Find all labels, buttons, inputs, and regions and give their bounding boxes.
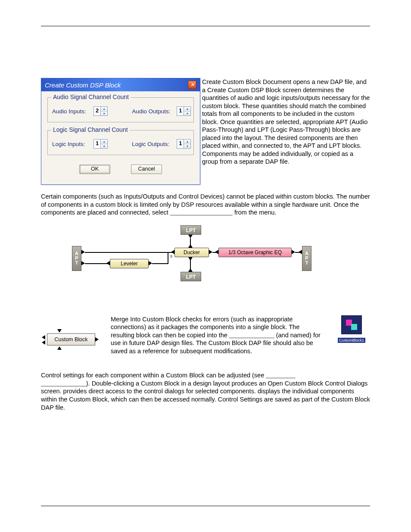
port-icon xyxy=(299,250,302,254)
audio-inputs-spinner[interactable]: 2 ▲▼ xyxy=(93,106,108,116)
link-blank-2 xyxy=(41,380,86,387)
port-icon xyxy=(81,250,85,254)
create-custom-dsp-block-dialog: Create Custom DSP Block ✕ Audio Signal C… xyxy=(41,78,200,185)
top-horizontal-rule xyxy=(41,26,370,26)
port-icon xyxy=(106,261,110,265)
custom-block-component: Custom Block xyxy=(41,327,101,352)
logic-outputs-spinner[interactable]: 1 ▲▼ xyxy=(177,139,191,149)
port-icon xyxy=(81,261,85,265)
cancel-button[interactable]: Cancel xyxy=(131,165,162,174)
spinner-up-icon[interactable]: ▲ xyxy=(184,107,190,112)
signal-flow-diagram: A P T Leveler Ducker s LPT LPT 1/3 Octav… xyxy=(72,225,339,288)
port-icon xyxy=(188,244,193,248)
apt-right-block: A P T xyxy=(302,246,311,271)
spinner-down-icon[interactable]: ▼ xyxy=(101,112,107,116)
custom-block-desktop-icon: CustomBlock1 xyxy=(333,315,370,343)
custom-block-label: Custom Block xyxy=(47,333,95,345)
control-settings-paragraph: Control settings for each component with… xyxy=(41,371,370,411)
audio-outputs-spinner[interactable]: 1 ▲▼ xyxy=(177,106,191,116)
port-icon xyxy=(215,250,218,254)
audio-inputs-value: 2 xyxy=(94,107,100,115)
merge-paragraph: Merge Into Custom Block checks for error… xyxy=(111,315,324,355)
port-icon xyxy=(292,250,295,254)
spinner-up-icon[interactable]: ▲ xyxy=(101,107,107,112)
spinner-down-icon[interactable]: ▼ xyxy=(101,144,107,149)
logic-fieldset-legend: Logic Signal Channel Count xyxy=(51,126,130,133)
dialog-title: Create Custom DSP Block xyxy=(45,81,121,89)
dialog-titlebar: Create Custom DSP Block ✕ xyxy=(41,78,200,91)
port-icon xyxy=(188,257,193,261)
port-icon xyxy=(42,340,45,345)
audio-signal-fieldset: Audio Signal Channel Count Audio Inputs:… xyxy=(47,97,194,122)
logic-outputs-label: Logic Outputs: xyxy=(132,141,173,147)
port-icon xyxy=(42,335,45,339)
audio-fieldset-legend: Audio Signal Channel Count xyxy=(51,93,131,100)
menu-path-blank xyxy=(170,209,233,216)
port-icon xyxy=(57,346,62,350)
port-icon xyxy=(149,261,152,265)
lpt-top-block: LPT xyxy=(181,225,201,235)
ok-button[interactable]: OK xyxy=(79,165,110,174)
audio-outputs-value: 1 xyxy=(177,107,184,115)
port-icon xyxy=(95,337,99,342)
audio-inputs-label: Audio Inputs: xyxy=(52,108,90,115)
custom-block-icon-caption: CustomBlock1 xyxy=(338,338,365,343)
lpt-bottom-block: LPT xyxy=(181,272,201,281)
bottom-horizontal-rule xyxy=(41,506,370,506)
custom-block-icon xyxy=(341,315,362,334)
intro-paragraph: Create Custom Block Document opens a new… xyxy=(202,78,370,185)
port-icon xyxy=(188,235,193,238)
ducker-s-label: s xyxy=(170,254,172,258)
logic-inputs-value: 1 xyxy=(94,140,100,148)
apt-left-block: A P T xyxy=(72,246,81,271)
spinner-up-icon[interactable]: ▲ xyxy=(101,140,107,144)
spinner-down-icon[interactable]: ▼ xyxy=(184,112,190,116)
spinner-down-icon[interactable]: ▼ xyxy=(184,144,190,149)
graphic-eq-block: 1/3 Octave Graphic EQ xyxy=(218,248,292,257)
port-icon xyxy=(57,329,62,333)
logic-outputs-value: 1 xyxy=(177,140,184,148)
close-icon[interactable]: ✕ xyxy=(188,81,196,89)
audio-outputs-label: Audio Outputs: xyxy=(132,108,173,115)
logic-inputs-label: Logic Inputs: xyxy=(52,141,90,147)
logic-inputs-spinner[interactable]: 1 ▲▼ xyxy=(93,139,108,149)
ducker-block: Ducker xyxy=(174,248,209,257)
link-blank-1 xyxy=(266,372,296,379)
logic-signal-fieldset: Logic Signal Channel Count Logic Inputs:… xyxy=(47,130,194,155)
leveler-block: Leveler xyxy=(110,259,149,268)
processing-library-blank xyxy=(229,332,274,339)
constraints-paragraph: Certain components (such as Inputs/Outpu… xyxy=(41,193,370,217)
port-icon xyxy=(209,250,212,254)
spinner-up-icon[interactable]: ▲ xyxy=(184,140,190,144)
